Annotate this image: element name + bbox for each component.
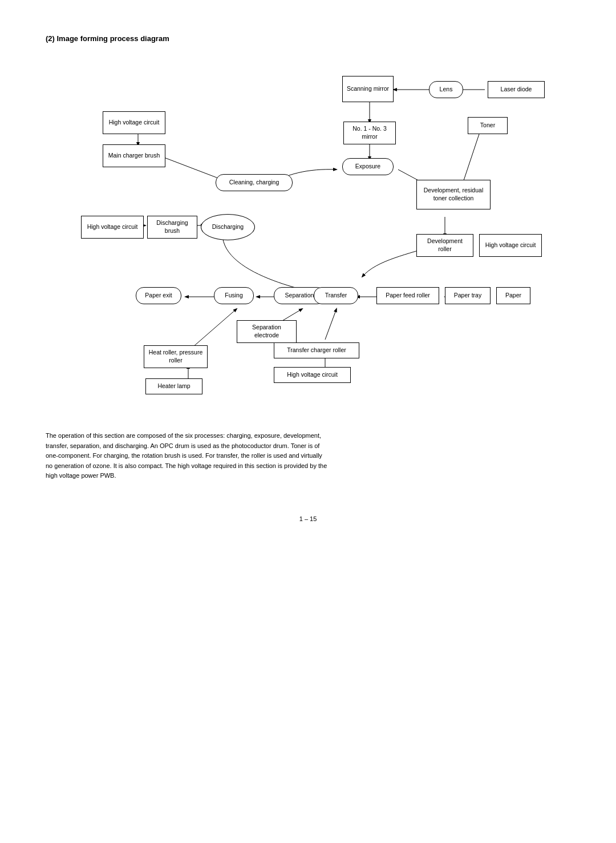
exposure-box: Exposure: [342, 158, 394, 175]
toner-box: Toner: [468, 117, 508, 134]
description-text: The operation of this section are compos…: [46, 431, 331, 481]
svg-line-7: [462, 134, 479, 185]
transfer-box: Transfer: [314, 287, 358, 304]
diagram: Laser diode Lens Scanning mirror High vo…: [46, 60, 570, 414]
scanning-mirror-box: Scanning mirror: [342, 76, 394, 102]
development-roller-box: Development roller: [416, 234, 473, 257]
heat-roller-box: Heat roller, pressure roller: [144, 345, 208, 368]
development-residual-box: Development, residual toner collection: [416, 180, 491, 209]
laser-diode-box: Laser diode: [488, 81, 545, 98]
discharging-box: Discharging: [201, 214, 255, 240]
svg-line-21: [325, 309, 337, 340]
paper-exit-box: Paper exit: [136, 287, 181, 304]
high-voltage-circuit-right-box: High voltage circuit: [479, 234, 542, 257]
transfer-charger-roller-box: Transfer charger roller: [274, 342, 359, 358]
svg-line-5: [160, 156, 222, 180]
high-voltage-circuit-top-box: High voltage circuit: [103, 111, 165, 134]
section-title: (2) Image forming process diagram: [46, 34, 570, 43]
paper-box: Paper: [496, 287, 530, 304]
fusing-box: Fusing: [214, 287, 254, 304]
lens-box: Lens: [429, 81, 463, 98]
svg-line-19: [188, 309, 237, 351]
discharging-brush-box: Discharging brush: [147, 216, 197, 239]
paper-feed-roller-box: Paper feed roller: [376, 287, 439, 304]
high-voltage-circuit-left-box: High voltage circuit: [81, 216, 144, 239]
page-number: 1 – 15: [46, 515, 570, 522]
heater-lamp-box: Heater lamp: [145, 378, 202, 394]
no1-no3-mirror-box: No. 1 - No. 3 mirror: [343, 122, 396, 144]
main-charger-brush-box: Main charger brush: [103, 144, 165, 167]
cleaning-charging-box: Cleaning, charging: [216, 174, 293, 191]
high-voltage-circuit-bottom-box: High voltage circuit: [274, 367, 351, 383]
separation-electrode-box: Separation electrode: [237, 320, 297, 343]
paper-tray-box: Paper tray: [445, 287, 491, 304]
